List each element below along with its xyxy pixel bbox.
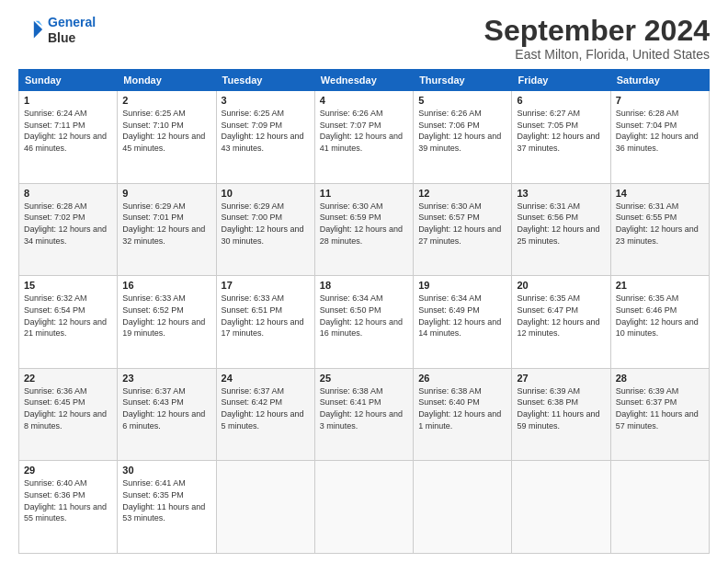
calendar-cell: 6 Sunrise: 6:27 AM Sunset: 7:05 PM Dayli… xyxy=(512,91,610,184)
calendar-week-2: 8 Sunrise: 6:28 AM Sunset: 7:02 PM Dayli… xyxy=(19,183,710,276)
day-number: 17 xyxy=(222,280,310,291)
day-detail: Sunrise: 6:26 AM Sunset: 7:07 PM Dayligh… xyxy=(320,108,408,154)
day-number: 10 xyxy=(222,188,310,199)
calendar-cell: 7 Sunrise: 6:28 AM Sunset: 7:04 PM Dayli… xyxy=(610,91,709,184)
day-header-thursday: Thursday xyxy=(414,70,512,91)
day-number: 21 xyxy=(616,280,704,291)
calendar-cell: 18 Sunrise: 6:34 AM Sunset: 6:50 PM Dayl… xyxy=(314,276,413,369)
logo-icon xyxy=(18,17,44,43)
calendar-cell xyxy=(314,461,413,554)
day-detail: Sunrise: 6:33 AM Sunset: 6:52 PM Dayligh… xyxy=(122,293,210,339)
day-header-sunday: Sunday xyxy=(19,70,118,91)
calendar-cell: 29 Sunrise: 6:40 AM Sunset: 6:36 PM Dayl… xyxy=(19,461,118,554)
page: General Blue September 2024 East Milton,… xyxy=(0,0,728,563)
day-number: 4 xyxy=(320,95,408,106)
calendar-cell: 4 Sunrise: 6:26 AM Sunset: 7:07 PM Dayli… xyxy=(314,91,413,184)
logo-line1: General xyxy=(48,15,96,29)
calendar-cell: 27 Sunrise: 6:39 AM Sunset: 6:38 PM Dayl… xyxy=(512,368,610,461)
calendar-cell: 3 Sunrise: 6:25 AM Sunset: 7:09 PM Dayli… xyxy=(216,91,314,184)
day-number: 1 xyxy=(24,95,112,106)
calendar-cell: 10 Sunrise: 6:29 AM Sunset: 7:00 PM Dayl… xyxy=(216,183,314,276)
calendar-cell: 17 Sunrise: 6:33 AM Sunset: 6:51 PM Dayl… xyxy=(216,276,314,369)
day-detail: Sunrise: 6:41 AM Sunset: 6:35 PM Dayligh… xyxy=(122,477,210,523)
day-header-friday: Friday xyxy=(512,70,610,91)
day-detail: Sunrise: 6:33 AM Sunset: 6:51 PM Dayligh… xyxy=(222,293,310,339)
day-number: 22 xyxy=(24,373,112,384)
day-number: 13 xyxy=(517,188,605,199)
day-detail: Sunrise: 6:35 AM Sunset: 6:47 PM Dayligh… xyxy=(517,293,605,339)
day-number: 12 xyxy=(418,188,506,199)
day-number: 19 xyxy=(418,280,506,291)
day-detail: Sunrise: 6:36 AM Sunset: 6:45 PM Dayligh… xyxy=(24,385,112,431)
calendar-header-row: SundayMondayTuesdayWednesdayThursdayFrid… xyxy=(19,70,710,91)
day-number: 26 xyxy=(418,373,506,384)
calendar-cell: 28 Sunrise: 6:39 AM Sunset: 6:37 PM Dayl… xyxy=(610,368,709,461)
day-number: 18 xyxy=(320,280,408,291)
calendar-cell: 14 Sunrise: 6:31 AM Sunset: 6:55 PM Dayl… xyxy=(610,183,709,276)
day-detail: Sunrise: 6:29 AM Sunset: 7:00 PM Dayligh… xyxy=(222,201,310,247)
day-number: 15 xyxy=(24,280,112,291)
day-header-wednesday: Wednesday xyxy=(314,70,413,91)
calendar-cell: 1 Sunrise: 6:24 AM Sunset: 7:11 PM Dayli… xyxy=(19,91,118,184)
calendar-cell: 15 Sunrise: 6:32 AM Sunset: 6:54 PM Dayl… xyxy=(19,276,118,369)
title-block: September 2024 East Milton, Florida, Uni… xyxy=(484,15,710,62)
calendar-cell: 25 Sunrise: 6:38 AM Sunset: 6:41 PM Dayl… xyxy=(314,368,413,461)
day-number: 5 xyxy=(418,95,506,106)
day-number: 11 xyxy=(320,188,408,199)
logo-text: General Blue xyxy=(48,15,96,46)
day-detail: Sunrise: 6:31 AM Sunset: 6:56 PM Dayligh… xyxy=(517,201,605,247)
day-detail: Sunrise: 6:34 AM Sunset: 6:50 PM Dayligh… xyxy=(320,293,408,339)
main-title: September 2024 xyxy=(484,15,710,47)
day-header-monday: Monday xyxy=(118,70,216,91)
day-number: 30 xyxy=(122,465,210,476)
day-number: 23 xyxy=(122,373,210,384)
calendar-week-4: 22 Sunrise: 6:36 AM Sunset: 6:45 PM Dayl… xyxy=(19,368,710,461)
day-detail: Sunrise: 6:40 AM Sunset: 6:36 PM Dayligh… xyxy=(24,477,112,523)
calendar-cell: 11 Sunrise: 6:30 AM Sunset: 6:59 PM Dayl… xyxy=(314,183,413,276)
day-detail: Sunrise: 6:27 AM Sunset: 7:05 PM Dayligh… xyxy=(517,108,605,154)
calendar-cell: 16 Sunrise: 6:33 AM Sunset: 6:52 PM Dayl… xyxy=(118,276,216,369)
header: General Blue September 2024 East Milton,… xyxy=(18,15,710,62)
day-number: 16 xyxy=(122,280,210,291)
day-detail: Sunrise: 6:37 AM Sunset: 6:42 PM Dayligh… xyxy=(222,385,310,431)
calendar-cell: 23 Sunrise: 6:37 AM Sunset: 6:43 PM Dayl… xyxy=(118,368,216,461)
svg-marker-0 xyxy=(34,21,42,39)
logo-line2: Blue xyxy=(48,30,96,46)
calendar-cell: 9 Sunrise: 6:29 AM Sunset: 7:01 PM Dayli… xyxy=(118,183,216,276)
day-detail: Sunrise: 6:39 AM Sunset: 6:37 PM Dayligh… xyxy=(616,385,704,431)
day-number: 9 xyxy=(122,188,210,199)
day-detail: Sunrise: 6:38 AM Sunset: 6:40 PM Dayligh… xyxy=(418,385,506,431)
day-detail: Sunrise: 6:39 AM Sunset: 6:38 PM Dayligh… xyxy=(517,385,605,431)
day-detail: Sunrise: 6:28 AM Sunset: 7:02 PM Dayligh… xyxy=(24,201,112,247)
day-detail: Sunrise: 6:25 AM Sunset: 7:10 PM Dayligh… xyxy=(122,108,210,154)
day-number: 28 xyxy=(616,373,704,384)
calendar-cell xyxy=(610,461,709,554)
calendar-cell: 12 Sunrise: 6:30 AM Sunset: 6:57 PM Dayl… xyxy=(414,183,512,276)
day-header-saturday: Saturday xyxy=(610,70,709,91)
calendar-cell: 22 Sunrise: 6:36 AM Sunset: 6:45 PM Dayl… xyxy=(19,368,118,461)
day-header-tuesday: Tuesday xyxy=(216,70,314,91)
day-number: 20 xyxy=(517,280,605,291)
day-number: 29 xyxy=(24,465,112,476)
calendar-cell: 20 Sunrise: 6:35 AM Sunset: 6:47 PM Dayl… xyxy=(512,276,610,369)
day-detail: Sunrise: 6:29 AM Sunset: 7:01 PM Dayligh… xyxy=(122,201,210,247)
subtitle: East Milton, Florida, United States xyxy=(484,47,710,62)
day-number: 2 xyxy=(122,95,210,106)
day-number: 3 xyxy=(222,95,310,106)
day-number: 6 xyxy=(517,95,605,106)
day-detail: Sunrise: 6:24 AM Sunset: 7:11 PM Dayligh… xyxy=(24,108,112,154)
calendar-cell: 30 Sunrise: 6:41 AM Sunset: 6:35 PM Dayl… xyxy=(118,461,216,554)
day-detail: Sunrise: 6:32 AM Sunset: 6:54 PM Dayligh… xyxy=(24,293,112,339)
calendar: SundayMondayTuesdayWednesdayThursdayFrid… xyxy=(18,69,710,554)
day-detail: Sunrise: 6:30 AM Sunset: 6:57 PM Dayligh… xyxy=(418,201,506,247)
calendar-cell: 19 Sunrise: 6:34 AM Sunset: 6:49 PM Dayl… xyxy=(414,276,512,369)
calendar-cell xyxy=(216,461,314,554)
calendar-week-1: 1 Sunrise: 6:24 AM Sunset: 7:11 PM Dayli… xyxy=(19,91,710,184)
calendar-cell: 13 Sunrise: 6:31 AM Sunset: 6:56 PM Dayl… xyxy=(512,183,610,276)
day-number: 14 xyxy=(616,188,704,199)
day-number: 27 xyxy=(517,373,605,384)
calendar-week-5: 29 Sunrise: 6:40 AM Sunset: 6:36 PM Dayl… xyxy=(19,461,710,554)
calendar-cell: 5 Sunrise: 6:26 AM Sunset: 7:06 PM Dayli… xyxy=(414,91,512,184)
day-detail: Sunrise: 6:38 AM Sunset: 6:41 PM Dayligh… xyxy=(320,385,408,431)
calendar-week-3: 15 Sunrise: 6:32 AM Sunset: 6:54 PM Dayl… xyxy=(19,276,710,369)
